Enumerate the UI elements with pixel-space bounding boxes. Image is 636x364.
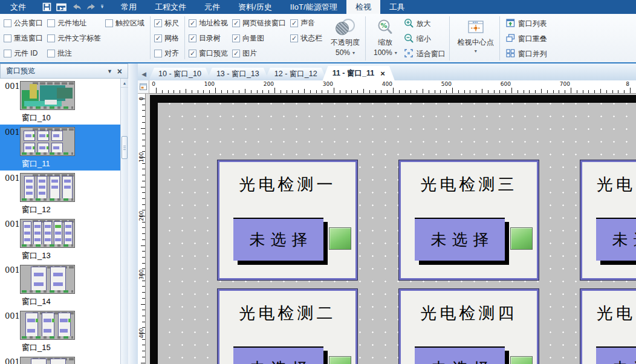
hmi-status-indicator[interactable] <box>329 356 351 364</box>
hmi-canvas[interactable]: 光电检测一未选择光电检测三未选择光电未选择光电检测二未选择光电检测四未选择光电未… <box>146 94 636 364</box>
ribbon-checkbox[interactable]: 公共窗口 <box>4 16 43 31</box>
ruler-tick <box>274 88 275 93</box>
window-thumbnail <box>20 357 75 364</box>
menu-tab[interactable]: 工程文件 <box>146 0 195 14</box>
ruler-tick <box>417 90 417 93</box>
menu-tab[interactable]: IIoT/能源管理 <box>281 0 346 14</box>
window-preview-item[interactable]: 0013窗口_13 <box>0 216 120 262</box>
tab-close-icon[interactable]: × <box>380 69 385 78</box>
window-preview-item[interactable]: 0012窗口_12 <box>0 171 120 216</box>
ribbon-checkbox[interactable]: 触控区域 <box>105 16 144 31</box>
customize-toolbar-icon[interactable]: ▾ <box>101 5 103 9</box>
tab-scroll-left-icon[interactable]: ◀ <box>139 68 149 80</box>
editor-tab[interactable]: 13 - 窗口_13 <box>207 68 269 80</box>
ruler-label: 100 <box>138 148 144 166</box>
ruler-tick <box>328 90 328 93</box>
hmi-select-button[interactable]: 未选择 <box>233 346 323 364</box>
window-preview-title: 窗口预览 <box>6 66 35 76</box>
zoom-out-button[interactable]: 缩小 <box>401 31 448 47</box>
panel-close-icon[interactable]: × <box>117 68 122 75</box>
ribbon-checkbox[interactable]: ✓状态栏 <box>290 31 322 46</box>
window-preview-item[interactable]: 0011窗口_11 <box>0 125 120 171</box>
ribbon-separator <box>365 16 366 60</box>
window-name: 窗口_13 <box>22 250 51 261</box>
thumbnail-shape <box>34 232 41 235</box>
editor-tab[interactable]: 10 - 窗口_10 <box>149 68 211 80</box>
window-preview-item[interactable]: 0016 <box>0 354 120 364</box>
ribbon-checkbox[interactable]: ✓标尺 <box>154 16 179 31</box>
view-center-button[interactable]: 检视中心点 ▾ <box>453 16 498 55</box>
hmi-group-panel[interactable]: 光电未选择 <box>580 289 636 364</box>
ribbon-checkbox[interactable]: ✓网格 <box>154 31 179 46</box>
hmi-select-button[interactable]: 未选择 <box>596 346 636 364</box>
menu-file-button[interactable]: 文件 <box>0 0 36 14</box>
hmi-status-indicator[interactable] <box>510 227 533 250</box>
hmi-panel-title: 光电检测二 <box>219 302 355 324</box>
hmi-group-panel[interactable]: 光电未选择 <box>580 160 636 280</box>
menu-tab[interactable]: 资料/历史 <box>229 0 281 14</box>
ribbon-checkbox[interactable]: 元件地址 <box>47 16 101 31</box>
menu-tab[interactable]: 常用 <box>112 0 146 14</box>
ruler-tick <box>624 90 625 93</box>
hmi-select-button[interactable]: 未选择 <box>233 218 323 261</box>
thumbnail-shape <box>55 232 61 235</box>
hmi-group-panel[interactable]: 光电检测四未选择 <box>399 289 539 364</box>
ribbon-checkbox[interactable]: ✓图片 <box>232 46 286 61</box>
hmi-group-panel[interactable]: 光电检测一未选择 <box>218 160 357 280</box>
window-preview-item[interactable]: 0014窗口_14 <box>0 262 120 308</box>
save-icon[interactable] <box>42 2 51 11</box>
ribbon-checkbox[interactable]: 批注 <box>47 46 101 61</box>
hmi-select-button[interactable]: 未选择 <box>596 218 636 261</box>
hmi-status-indicator[interactable] <box>510 356 533 364</box>
hmi-select-button[interactable]: 未选择 <box>415 346 505 364</box>
thumbnail-shape <box>44 329 51 333</box>
preview-scrollbar[interactable]: ▲ <box>120 79 128 364</box>
scrollbar-thumb[interactable] <box>122 136 128 159</box>
ribbon-checkbox[interactable]: ✓向量图 <box>232 31 286 46</box>
ribbon-checkbox[interactable]: ✓网页链接窗口 <box>232 16 286 31</box>
window-list-button[interactable]: 窗口列表 <box>504 16 550 31</box>
opacity-button[interactable]: 不透明度 50%▾ <box>326 16 364 58</box>
ribbon-checkbox[interactable]: 元件 ID <box>4 46 43 61</box>
window-tile-button[interactable]: 窗口并列 <box>504 47 550 62</box>
undo-icon[interactable] <box>72 3 82 11</box>
panel-dropdown-icon[interactable]: ▼ <box>107 68 112 74</box>
zoom-button[interactable]: % 缩放 100%▾ <box>369 16 401 58</box>
ruler-tick <box>381 90 381 93</box>
hmi-select-button[interactable]: 未选择 <box>415 218 505 261</box>
ruler-tick <box>156 88 157 93</box>
editor-tab[interactable]: 12 - 窗口_12 <box>265 68 327 80</box>
ruler-tick <box>565 90 565 93</box>
menu-tab[interactable]: 元件 <box>195 0 229 14</box>
ruler-label: 100 <box>196 81 215 87</box>
redo-icon[interactable] <box>86 3 96 11</box>
ribbon-checkbox[interactable]: ✓声音 <box>290 16 322 31</box>
window-preview-item[interactable]: 0010窗口_10 <box>0 79 120 125</box>
ribbon-checkbox[interactable]: 重迭窗口 <box>4 31 43 46</box>
ribbon-checkbox[interactable]: 对齐 <box>154 46 179 61</box>
hmi-status-indicator[interactable] <box>329 227 351 250</box>
ribbon-checkbox[interactable]: 元件文字标签 <box>47 31 101 46</box>
ribbon-checkbox[interactable]: ✓地址检视 <box>189 16 228 31</box>
ruler-tick <box>464 90 465 93</box>
thumbnail-shape <box>65 225 71 228</box>
thumbnail-shape <box>39 186 45 189</box>
ruler-corner-icon[interactable] <box>138 80 149 94</box>
editor-tab[interactable]: 11 - 窗口_11× <box>323 66 395 80</box>
zoom-in-button[interactable]: 放大 <box>401 16 448 31</box>
panel-splitter[interactable] <box>128 63 138 364</box>
ribbon-checkbox[interactable]: ✓目录树 <box>189 31 228 46</box>
fit-window-button[interactable]: 适合窗口 <box>401 47 448 62</box>
ruler-tick <box>322 90 322 93</box>
hmi-group-panel[interactable]: 光电检测二未选择 <box>218 289 357 364</box>
thumbnail-shape <box>53 282 63 286</box>
window-overlap-button[interactable]: 窗口重叠 <box>504 31 550 47</box>
scroll-up-icon[interactable]: ▲ <box>121 79 128 88</box>
export-window-icon[interactable] <box>56 3 67 11</box>
ribbon-checkbox[interactable]: ✓窗口预览 <box>189 46 228 61</box>
hmi-group-panel[interactable]: 光电检测三未选择 <box>399 160 539 280</box>
menu-tab[interactable]: 工具 <box>380 0 414 14</box>
menu-tab[interactable]: 检视 <box>346 0 380 14</box>
window-preview-item[interactable]: 0015窗口_15 <box>0 308 120 354</box>
checkbox-checked-icon: ✓ <box>232 34 240 42</box>
